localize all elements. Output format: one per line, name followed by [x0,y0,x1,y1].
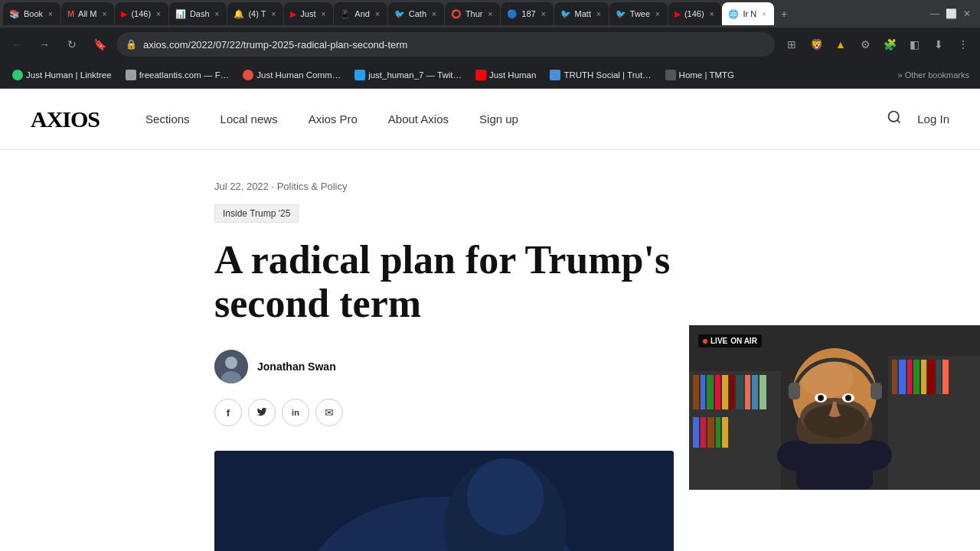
tab-favicon: ▶ [121,9,127,19]
tab-close[interactable]: × [540,10,547,18]
bookmark-favicon [354,70,365,80]
tab-just[interactable]: ▶ Just × [284,2,333,25]
share-linkedin-button[interactable]: in [282,399,309,426]
login-button[interactable]: Log In [917,112,949,126]
share-facebook-button[interactable]: f [214,399,242,426]
tab-close[interactable]: × [374,10,381,18]
tab-close[interactable]: × [708,10,716,18]
svg-rect-31 [921,360,926,394]
tab-close[interactable]: × [101,10,109,18]
tab-new-button[interactable]: + [775,8,793,20]
tab-close[interactable]: × [214,10,221,18]
tab-book[interactable]: 📚 Book × [3,2,60,25]
brave-rewards-icon[interactable]: ▲ [830,34,851,55]
tab-twee[interactable]: 🐦 Twee × [609,2,668,25]
bookmark-favicon [475,70,486,80]
svg-point-45 [847,396,850,399]
tab-close[interactable]: × [320,10,328,18]
bookmarks-more-button[interactable]: » Other bookmarks [893,67,974,83]
svg-rect-27 [892,360,897,394]
bookmark-home-tmtg[interactable]: Home | TMTG [659,67,740,83]
download-icon[interactable]: ⬇ [928,34,949,55]
bookmark-favicon [243,70,253,80]
bookmark-favicon [550,70,560,80]
share-email-button[interactable]: ✉ [315,399,343,426]
tab-187[interactable]: 🔵 187 × [501,2,553,25]
bookmark-just-human-comm[interactable]: Just Human Comm… [237,67,347,83]
tab-matt[interactable]: 🐦 Matt × [554,2,609,25]
tab-label: (146) [131,9,151,18]
nav-local-news[interactable]: Local news [220,112,278,126]
brave-shield-icon[interactable]: 🦁 [805,34,827,55]
tab-thur[interactable]: ⭕ Thur × [445,2,500,25]
svg-point-36 [800,360,854,398]
nav-axios-pro[interactable]: Axios Pro [309,112,358,126]
settings-icon[interactable]: ⚙ [854,34,876,55]
back-button[interactable]: ← [6,34,28,55]
tab-axios[interactable]: 🌐 Ir N × [722,2,774,25]
live-badge: LIVE ON AIR [698,334,762,347]
lock-icon: 🔒 [126,39,137,50]
svg-rect-15 [715,375,720,409]
tab-label: Book [24,9,43,18]
nav-sign-up[interactable]: Sign up [479,112,518,126]
bookmark-label: Just Human [489,70,536,80]
tab-label: 187 [521,9,535,18]
tab-close[interactable]: × [595,10,603,18]
tab-close[interactable]: × [654,10,662,18]
minimize-button[interactable]: — [930,8,939,19]
tab-close[interactable]: × [47,10,54,18]
bookmark-just-human-yt[interactable]: Just Human [469,67,542,83]
tab-favicon: ▶ [290,9,296,19]
tab-t4[interactable]: 🔔 (4) T × [227,2,283,25]
bookmark-label: Home | TMTG [679,70,734,80]
tab-yt1[interactable]: ▶ (146) × [115,2,168,25]
close-button[interactable]: ✕ [963,8,971,19]
tab-favicon: 🐦 [616,9,626,19]
nav-about-axios[interactable]: About Axios [388,112,449,126]
svg-rect-21 [760,375,766,409]
tab-cath[interactable]: 🐦 Cath × [388,2,444,25]
puzzle-icon[interactable]: 🧩 [879,34,900,55]
bookmark-freeatlantis[interactable]: freeatlantis.com — F… [119,67,236,83]
bookmark-star-button[interactable]: 🔖 [89,34,110,55]
svg-point-0 [889,112,899,122]
tab-allm[interactable]: M All M × [61,2,114,25]
sidebar-icon[interactable]: ◧ [903,34,925,55]
tab-favicon: 🌐 [728,9,739,19]
url-text: axios.com/2022/07/22/trump-2025-radical-… [143,39,766,51]
bookmark-just-human-twitter[interactable]: just_human_7 — Twit… [348,67,468,83]
article-tag[interactable]: Inside Trump '25 [214,204,299,223]
tab-close[interactable]: × [270,10,277,18]
tab-yt2[interactable]: ▶ (146) × [668,2,722,25]
menu-button[interactable]: ⋮ [952,34,974,55]
tab-label: Dash [190,9,210,18]
svg-rect-19 [745,375,750,409]
url-bar[interactable]: 🔒 axios.com/2022/07/22/trump-2025-radica… [116,32,775,57]
tab-dash[interactable]: 📊 Dash × [169,2,227,25]
bookmark-just-human-linktree[interactable]: Just Human | Linktree [6,67,118,83]
search-button[interactable] [887,109,902,129]
bookmark-truth-social[interactable]: TRUTH Social | Trut… [544,67,657,83]
live-dot [703,339,707,344]
share-twitter-button[interactable] [248,399,276,426]
tab-and[interactable]: 📱 And × [334,2,387,25]
tab-close[interactable]: × [155,10,162,18]
extensions-icon[interactable]: ⊞ [781,34,802,55]
tab-close[interactable]: × [430,10,438,18]
nav-sections[interactable]: Sections [145,112,190,126]
tab-label: (146) [684,9,704,18]
tab-label: Matt [575,9,591,18]
bookmark-favicon [665,70,676,80]
tab-label: Ir N [743,9,756,18]
tab-close[interactable]: × [760,10,768,18]
svg-rect-30 [913,360,920,394]
forward-button[interactable]: → [34,34,55,55]
maximize-button[interactable]: ⬜ [946,8,957,19]
svg-rect-24 [707,417,714,448]
reload-button[interactable]: ↻ [61,34,83,55]
tab-favicon: 🔔 [234,9,244,19]
svg-rect-26 [722,417,728,448]
tab-close[interactable]: × [487,10,495,18]
new-tab-icon[interactable]: + [781,8,787,20]
